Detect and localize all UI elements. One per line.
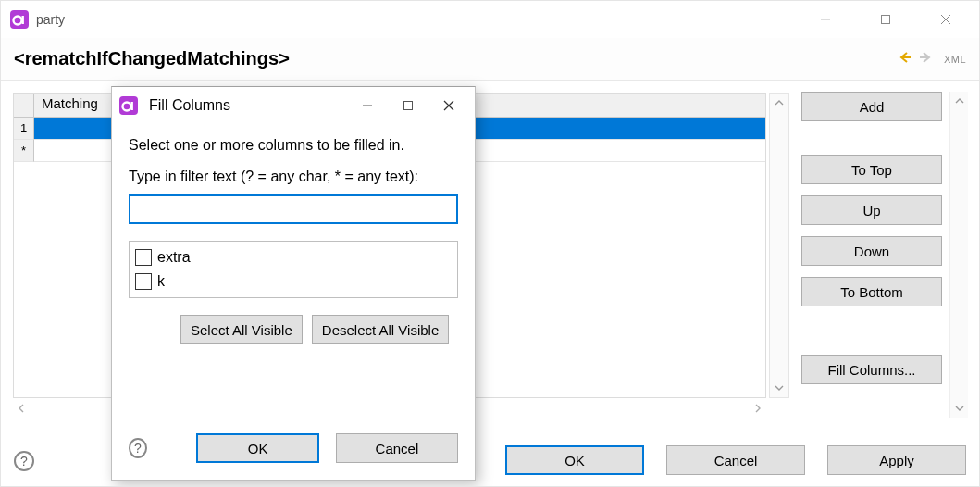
grid-corner-cell[interactable]	[14, 94, 34, 117]
help-icon[interactable]: ?	[129, 438, 147, 458]
app-icon	[10, 10, 29, 29]
chevron-down-icon[interactable]	[770, 379, 788, 397]
dialog-titlebar: Fill Columns	[112, 87, 475, 124]
ok-button[interactable]: OK	[505, 445, 644, 475]
outer-vertical-scrollbar[interactable]	[949, 92, 968, 418]
main-titlebar: party	[1, 1, 979, 38]
fill-columns-dialog: Fill Columns Select one or more columns …	[111, 86, 476, 481]
chevron-up-icon[interactable]	[770, 94, 788, 112]
add-button[interactable]: Add	[801, 92, 942, 121]
close-button[interactable]	[915, 1, 975, 38]
dialog-title: Fill Columns	[149, 97, 230, 114]
scroll-track[interactable]	[770, 112, 788, 379]
dialog-footer: ? OK Cancel	[112, 420, 475, 480]
window-title: party	[36, 12, 65, 27]
dialog-maximize-button[interactable]	[388, 87, 428, 124]
dialog-message: Select one or more columns to be filled …	[129, 137, 458, 154]
fill-columns-button[interactable]: Fill Columns...	[801, 355, 942, 384]
deselect-all-visible-button[interactable]: Deselect All Visible	[312, 315, 449, 344]
filter-label: Type in filter text (? = any char, * = a…	[129, 169, 458, 185]
row-header[interactable]: 1	[14, 118, 34, 140]
chevron-up-icon[interactable]	[950, 92, 968, 110]
svg-rect-2	[22, 16, 24, 24]
nav-forward-icon[interactable]	[918, 50, 933, 68]
list-item-label: k	[157, 273, 165, 290]
svg-rect-9	[131, 102, 133, 110]
app-icon	[119, 96, 138, 115]
to-top-button[interactable]: To Top	[801, 155, 942, 184]
xml-label[interactable]: XML	[944, 54, 966, 65]
minimize-button[interactable]	[795, 1, 855, 38]
column-header-matching[interactable]: Matching	[34, 94, 118, 117]
svg-rect-11	[404, 102, 413, 110]
dialog-close-button[interactable]	[428, 87, 469, 124]
list-item-label: extra	[157, 249, 191, 266]
to-bottom-button[interactable]: To Bottom	[801, 277, 942, 306]
filter-input[interactable]	[129, 194, 458, 224]
up-button[interactable]: Up	[801, 195, 942, 225]
dialog-cancel-button[interactable]: Cancel	[336, 433, 458, 463]
dialog-body: Select one or more columns to be filled …	[112, 124, 475, 420]
nav-back-icon[interactable]	[898, 50, 912, 68]
row-header[interactable]: *	[14, 140, 34, 162]
cancel-button[interactable]: Cancel	[666, 445, 805, 475]
down-button[interactable]: Down	[801, 236, 942, 266]
checkbox[interactable]	[135, 273, 152, 290]
scroll-track[interactable]	[950, 110, 968, 399]
grid-vertical-scrollbar[interactable]	[769, 93, 789, 398]
page-title: <rematchIfChangedMatchings>	[14, 48, 290, 69]
chevron-down-icon[interactable]	[950, 399, 968, 418]
select-all-visible-button[interactable]: Select All Visible	[180, 315, 303, 344]
list-item[interactable]: extra	[135, 245, 452, 269]
tag-header: <rematchIfChangedMatchings> XML	[1, 38, 979, 81]
side-button-column: Add To Top Up Down To Bottom Fill Column…	[801, 92, 942, 418]
chevron-left-icon[interactable]	[17, 401, 26, 416]
column-list: extra k	[129, 241, 458, 298]
list-item[interactable]: k	[135, 269, 452, 293]
svg-rect-4	[881, 16, 889, 24]
select-buttons-row: Select All Visible Deselect All Visible	[129, 315, 458, 344]
checkbox[interactable]	[135, 249, 152, 266]
dialog-minimize-button[interactable]	[347, 87, 388, 124]
maximize-button[interactable]	[855, 1, 915, 38]
dialog-ok-button[interactable]: OK	[196, 433, 318, 463]
apply-button[interactable]: Apply	[827, 445, 966, 475]
chevron-right-icon[interactable]	[753, 401, 763, 416]
window-controls	[795, 1, 975, 38]
